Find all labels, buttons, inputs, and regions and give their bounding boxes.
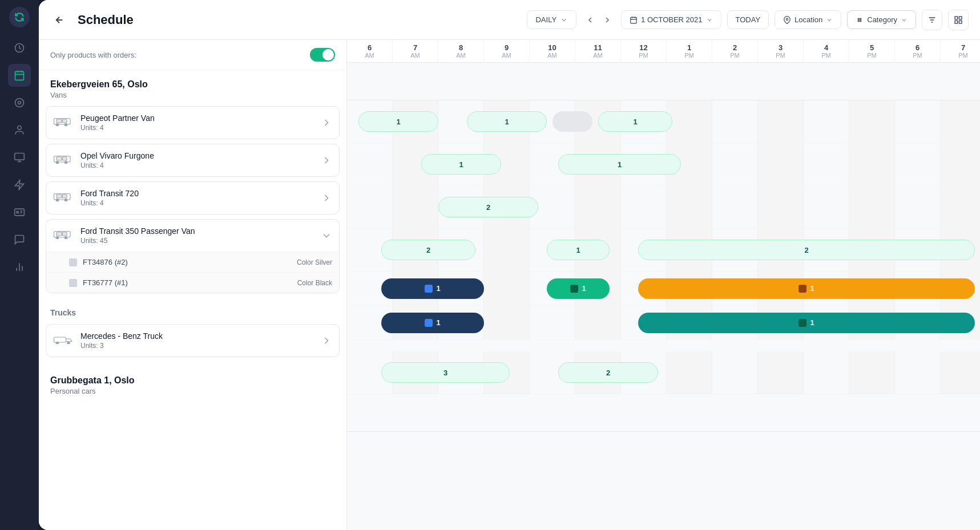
category-dropdown[interactable]: Category [847, 10, 916, 29]
svg-point-32 [64, 199, 67, 202]
location-name-1: Ekebergveien 65, Oslo [50, 79, 335, 90]
layout-icon-button[interactable] [948, 10, 969, 30]
svg-point-11 [860, 20, 861, 21]
indicator-ft36777-1 [425, 319, 433, 327]
time-cell-4pm: 4 PM [804, 40, 849, 62]
svg-point-4 [18, 126, 22, 130]
block-peugeot-gray[interactable] [552, 111, 592, 132]
prev-arrow[interactable] [582, 12, 598, 28]
chevron-down-icon-ford350 [321, 230, 332, 241]
block-mercedes-1[interactable]: 3 [381, 362, 510, 383]
location-category-2: Personal cars [50, 387, 335, 395]
block-peugeot-2[interactable]: 1 [467, 111, 547, 132]
vehicle-name-mercedes: Mercedes - Benz Truck [80, 331, 321, 341]
time-cell-7pm: 7 PM [941, 40, 980, 62]
date-picker[interactable]: 1 OCTOBER 2021 [621, 10, 721, 29]
vehicle-item-ford720[interactable]: Ford Transit 720 Units: 4 [46, 181, 340, 215]
svg-rect-35 [63, 232, 67, 236]
sub-color-ft36777: Color Black [297, 279, 332, 287]
block-ft34876-3[interactable]: 1 [638, 278, 975, 299]
block-opel-2[interactable]: 1 [558, 154, 681, 175]
time-cell-8am: 8 AM [438, 40, 484, 62]
sidebar-item-users[interactable] [8, 119, 31, 141]
svg-rect-16 [955, 21, 958, 23]
time-cell-10am: 10 AM [530, 40, 575, 62]
location-category-1: Vans [50, 91, 335, 99]
vehicle-sub-items-ford350: FT34876 (#2) Color Silver FT36777 (#1) C… [46, 252, 340, 293]
svg-rect-6 [15, 209, 25, 216]
location-dropdown[interactable]: Location [775, 10, 841, 29]
chevron-right-icon-peugeot [321, 117, 332, 128]
sidebar-item-calendar[interactable] [8, 64, 31, 87]
vehicle-info-ford720: Ford Transit 720 Units: 4 [80, 189, 321, 207]
svg-rect-38 [54, 337, 66, 342]
indicator-ft34876-1 [425, 285, 433, 293]
header-controls: DAILY 1 OCTOBER 2021 TODAY Location [527, 10, 969, 30]
van-icon-4 [53, 229, 74, 242]
today-button[interactable]: TODAY [727, 10, 769, 29]
time-cell-11am: 11 AM [575, 40, 621, 62]
sub-icon-ft36777 [69, 279, 77, 287]
svg-rect-20 [63, 119, 67, 123]
indicator-ft36777-2 [798, 319, 806, 327]
block-ft36777-2[interactable]: 1 [638, 313, 975, 333]
location-section-2: Grubbegata 1, Oslo Personal cars [39, 366, 346, 398]
svg-point-7 [17, 211, 18, 213]
timeline-row-opel: 1 1 [347, 143, 980, 186]
filter-icon-button[interactable] [922, 10, 942, 30]
svg-rect-1 [15, 71, 24, 80]
block-mercedes-2[interactable]: 2 [558, 362, 658, 383]
sidebar-item-orders[interactable] [8, 91, 31, 114]
sidebar-item-history[interactable] [8, 37, 31, 59]
sidebar-item-id[interactable] [8, 201, 31, 224]
svg-point-9 [786, 18, 788, 20]
sidebar-item-chat[interactable] [8, 228, 31, 251]
sub-item-ft36777[interactable]: FT36777 (#1) Color Black [46, 272, 339, 293]
sub-item-ft34876[interactable]: FT34876 (#2) Color Silver [46, 252, 339, 272]
svg-rect-14 [955, 17, 958, 19]
svg-rect-5 [15, 153, 25, 160]
vehicle-item-mercedes[interactable]: Mercedes - Benz Truck Units: 3 [46, 324, 340, 357]
svg-rect-29 [57, 195, 62, 198]
vehicle-item-opel[interactable]: Opel Vivaro Furgone Units: 4 [46, 144, 340, 177]
page-title: Schedule [78, 13, 134, 27]
sidebar-item-lightning[interactable] [8, 173, 31, 196]
app-logo[interactable] [9, 7, 30, 27]
block-opel-1[interactable]: 1 [421, 154, 501, 175]
block-peugeot-3[interactable]: 1 [598, 111, 672, 132]
block-ft36777-1[interactable]: 1 [381, 313, 484, 333]
nav-arrows [582, 12, 615, 28]
svg-point-22 [64, 124, 67, 127]
time-cell-7am: 7 AM [393, 40, 438, 62]
chevron-right-icon-opel [321, 155, 332, 166]
vehicle-item-peugeot[interactable]: Peugeot Partner Van Units: 4 [46, 106, 340, 139]
time-cell-9am: 9 AM [484, 40, 530, 62]
loc-header-spacer [347, 63, 980, 100]
block-ford350-3[interactable]: 2 [638, 240, 975, 260]
block-ford350-1[interactable]: 2 [381, 240, 475, 260]
sub-name-ft34876: FT34876 (#2) [83, 258, 297, 266]
vehicle-item-ford350[interactable]: Ford Transit 350 Passenger Van Units: 45 [46, 219, 340, 252]
back-button[interactable] [50, 11, 68, 29]
trucks-section-header: Trucks [39, 302, 346, 319]
svg-point-26 [56, 161, 59, 164]
next-arrow[interactable] [599, 12, 615, 28]
timeline-row-ft36777: 1 1 [347, 306, 980, 340]
indicator-ft34876-3 [798, 285, 806, 293]
vehicle-info-opel: Opel Vivaro Furgone Units: 4 [80, 151, 321, 169]
sub-name-ft36777: FT36777 (#1) [83, 278, 297, 287]
block-ford350-2[interactable]: 1 [547, 240, 610, 260]
vehicle-list-trucks: Mercedes - Benz Truck Units: 3 [39, 319, 346, 366]
van-icon-2 [53, 153, 74, 167]
vehicle-info-mercedes: Mercedes - Benz Truck Units: 3 [80, 331, 321, 350]
block-ft34876-1[interactable]: 1 [381, 278, 484, 299]
sidebar-item-chart[interactable] [8, 256, 31, 278]
block-peugeot-1[interactable]: 1 [358, 111, 438, 132]
time-cell-2pm: 2 PM [712, 40, 758, 62]
time-cell-1pm: 1 PM [667, 40, 712, 62]
filter-toggle[interactable] [310, 48, 335, 62]
block-ft34876-2[interactable]: 1 [547, 278, 610, 299]
sidebar-item-pos[interactable] [8, 146, 31, 169]
block-ford720-1[interactable]: 2 [438, 197, 538, 217]
view-dropdown[interactable]: DAILY [527, 10, 576, 29]
